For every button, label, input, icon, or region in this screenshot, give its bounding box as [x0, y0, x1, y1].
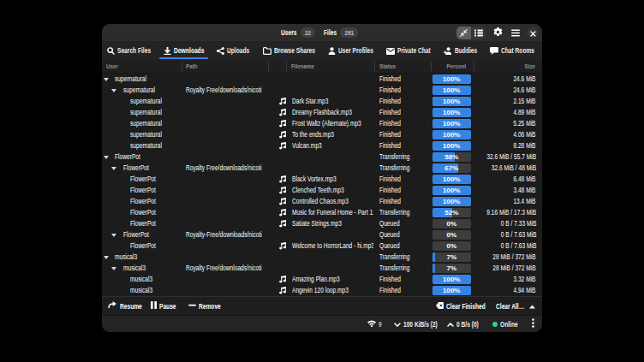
column-header-status[interactable]: Status	[379, 60, 428, 73]
filename-text: Dreamy Flashback.mp3	[292, 107, 352, 118]
cell-user: musical3	[102, 274, 181, 285]
path-text: Royalty Free/downloads/nicoti	[186, 163, 261, 174]
cell-status: Transferring	[374, 207, 431, 218]
expander-triangle-icon[interactable]	[111, 89, 116, 92]
size-text: 0 B / 7.33 MiB	[500, 218, 536, 229]
filename-text: Music for Funeral Home - Part 1	[292, 207, 373, 218]
expander-triangle-icon[interactable]	[104, 78, 109, 81]
tab-label: Private Chat	[397, 46, 431, 55]
table-row[interactable]: musical3 Transferring 7% 28 MiB / 372 Mi…	[102, 252, 542, 263]
cell-path	[182, 240, 267, 252]
clear-finished-button[interactable]: Clear Finished	[436, 302, 486, 311]
status-menu-button[interactable]	[532, 318, 534, 329]
cell-file-icon	[268, 240, 286, 252]
cell-size: 24.6 MiB	[474, 85, 543, 96]
progress-label: 100%	[432, 97, 472, 106]
cell-size: 13.4 MiB	[474, 196, 543, 207]
tab-uploads[interactable]: Uploads	[211, 41, 256, 60]
table-row[interactable]: supernatural Dreamy Flashback.mp3 Finish…	[102, 107, 542, 118]
preferences-button[interactable]	[492, 27, 504, 39]
table-row[interactable]: FlowerPot Welcome to HorrorLand - hi.mp3…	[102, 240, 542, 252]
user-text: FlowerPot	[130, 240, 156, 252]
compact-view-button[interactable]	[456, 27, 471, 39]
tab-downloads[interactable]: Downloads	[157, 41, 211, 60]
table-row[interactable]: FlowerPot Royalty-Free/downloads/nicoti …	[102, 229, 542, 240]
list-view-button[interactable]	[471, 27, 486, 39]
column-header-label: Size	[525, 60, 535, 73]
cell-size: 6.48 MiB	[474, 174, 543, 185]
tab-chat-rooms[interactable]: Chat Rooms	[484, 41, 541, 60]
table-row[interactable]: supernatural Finished 100% 24.6 MiB	[102, 74, 542, 85]
table-row[interactable]: supernatural Royalty Free/downloads/nico…	[102, 85, 542, 96]
tab-private-chat[interactable]: Private Chat	[379, 41, 437, 60]
files-stat: Files 291	[324, 27, 358, 38]
expander-triangle-icon[interactable]	[104, 156, 109, 159]
user-text: supernatural	[130, 107, 162, 118]
column-header-user[interactable]: User	[106, 60, 178, 73]
upload-speed[interactable]: 0 B/s (0)	[447, 320, 479, 329]
table-row[interactable]: FlowerPot Music for Funeral Home - Part …	[102, 207, 542, 218]
cell-status: Finished	[374, 96, 431, 107]
size-text: 32.6 MiB / 48 MiB	[492, 163, 536, 174]
table-row[interactable]: FlowerPot Clenched Teeth.mp3 Finished 10…	[102, 185, 542, 196]
path-text: Royalty-Free/downloads/nicoti	[186, 229, 262, 240]
expander-triangle-icon[interactable]	[111, 167, 116, 170]
column-header-percent[interactable]: Percent	[431, 60, 467, 73]
table-row[interactable]: FlowerPot Black Vortex.mp3 Finished 100%…	[102, 174, 542, 185]
path-text: Royalty Free/downloads/nicoti	[186, 263, 261, 274]
files-label: Files	[324, 28, 337, 37]
cell-path	[182, 129, 267, 140]
cell-percent: 100%	[431, 174, 474, 185]
tab-label: Browse Shares	[274, 46, 315, 55]
table-row[interactable]: supernatural Frost Waltz (Alternate).mp3…	[102, 118, 542, 129]
status-text: Finished	[379, 174, 401, 185]
download-speed[interactable]: 100 KiB/s (2)	[394, 320, 438, 329]
cell-filename: Vulcan.mp3	[286, 140, 374, 151]
progress-bar: 0%	[432, 241, 472, 251]
table-row[interactable]: FlowerPot Royalty Free/downloads/nicoti …	[102, 163, 542, 174]
cell-filename: Dark Star.mp3	[286, 96, 374, 107]
cell-percent: 100%	[431, 107, 474, 118]
close-button[interactable]	[528, 27, 538, 38]
column-header-label: Percent	[446, 60, 466, 73]
progress-bar: 0%	[432, 219, 472, 228]
expander-triangle-icon[interactable]	[111, 267, 116, 270]
main-menu-button[interactable]	[510, 27, 522, 39]
status-text: Finished	[379, 85, 401, 96]
expander-triangle-icon[interactable]	[111, 234, 116, 237]
cell-path	[182, 151, 267, 163]
table-row[interactable]: supernatural To the ends.mp3 Finished 10…	[102, 129, 542, 140]
table-row[interactable]: musical3 Amazing Plan.mp3 Finished 100% …	[102, 274, 542, 285]
connection-status[interactable]: Online	[492, 320, 518, 329]
table-row[interactable]: supernatural Dark Star.mp3 Finished 100%…	[102, 96, 542, 107]
table-row[interactable]: musical3 Angevin 120 loop.mp3 Finished 1…	[102, 285, 542, 296]
cell-file-icon	[268, 151, 286, 163]
online-label: Online	[500, 320, 518, 329]
user-text: FlowerPot	[130, 174, 156, 185]
remove-button[interactable]: Remove	[188, 301, 221, 311]
expander-triangle-icon[interactable]	[104, 256, 109, 259]
cell-file-icon	[268, 196, 286, 207]
column-header-path[interactable]: Path	[186, 60, 265, 73]
tab-search-files[interactable]: Search Files	[102, 41, 157, 60]
column-header-filename[interactable]: Filename	[291, 60, 371, 73]
clear-all-button[interactable]: Clear All…	[496, 302, 535, 311]
table-row[interactable]: FlowerPot Transferring 58% 32.6 MiB / 55…	[102, 151, 542, 163]
column-header-size[interactable]: Size	[474, 60, 536, 73]
pause-label: Pause	[159, 302, 176, 311]
size-text: 4.06 MiB	[514, 129, 536, 140]
table-row[interactable]: FlowerPot Controlled Chaos.mp3 Finished …	[102, 196, 542, 207]
port-status[interactable]: 9	[367, 320, 382, 329]
tab-buddies[interactable]: Buddies	[437, 41, 483, 60]
table-row[interactable]: supernatural Vulcan.mp3 Finished 100% 8.…	[102, 140, 542, 151]
resume-button[interactable]: Resume	[108, 301, 142, 311]
tab-user-profiles[interactable]: User Profiles	[321, 41, 379, 60]
table-row[interactable]: FlowerPot Satiate Strings.mp3 Queued 0% …	[102, 218, 542, 229]
table-row[interactable]: musical3 Royalty Free/downloads/nicoti T…	[102, 263, 542, 274]
cell-user: supernatural	[102, 74, 181, 85]
tab-browse-shares[interactable]: Browse Shares	[256, 41, 321, 60]
user-text: FlowerPot	[115, 151, 140, 163]
pause-button[interactable]: Pause	[151, 301, 176, 311]
music-note-icon	[279, 142, 286, 151]
cell-size: 5.25 MiB	[474, 118, 543, 129]
